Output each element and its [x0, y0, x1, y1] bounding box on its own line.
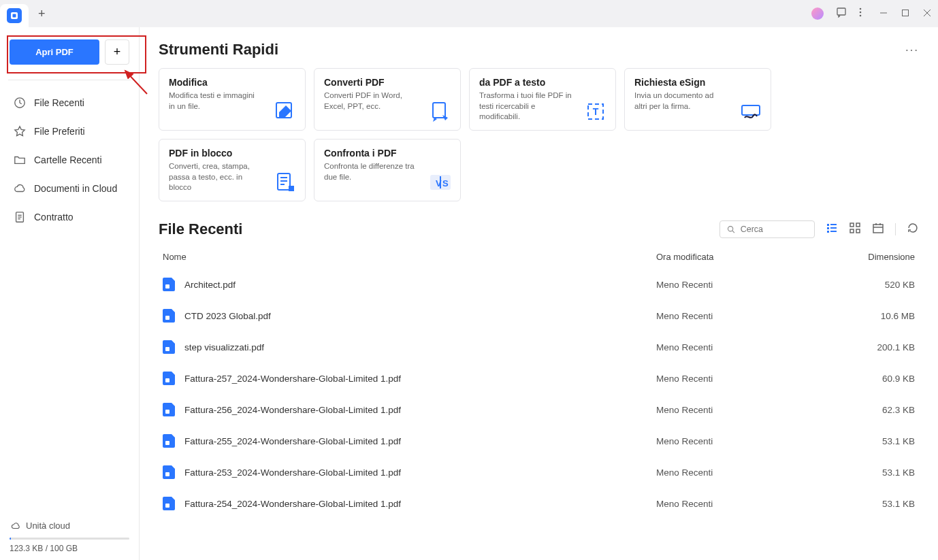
file-row[interactable]: CTD 2023 Global.pdfMeno Recenti10.6 MB: [159, 300, 919, 331]
nav-recent-folders[interactable]: Cartelle Recenti: [10, 146, 129, 174]
sidebar: Apri PDF + File Recenti File Preferiti C…: [0, 27, 140, 560]
svg-text:T: T: [593, 106, 599, 117]
nav-cloud-documents[interactable]: Documenti in Cloud: [10, 174, 129, 203]
tool-icon: [274, 100, 297, 123]
file-date: Meno Recenti: [656, 342, 833, 352]
file-date: Meno Recenti: [656, 436, 833, 446]
col-date[interactable]: Ora modificata: [656, 252, 833, 262]
nav-label: File Recenti: [34, 97, 84, 108]
file-size: 62.3 KB: [833, 405, 915, 415]
svg-point-5: [860, 15, 862, 17]
file-date: Meno Recenti: [656, 467, 833, 478]
recent-files-title: File Recenti: [159, 220, 242, 238]
tool-title: PDF in blocco: [169, 148, 295, 159]
svg-rect-39: [850, 229, 854, 233]
tool-card-compare[interactable]: Confronta i PDFConfronta le differenze t…: [314, 139, 461, 201]
close-icon[interactable]: [923, 7, 931, 20]
col-size[interactable]: Dimensione: [833, 252, 915, 262]
svg-rect-32: [830, 224, 837, 225]
svg-rect-1: [13, 14, 16, 18]
file-size: 10.6 MB: [833, 311, 915, 321]
main-panel: Strumenti Rapidi ⋯ ModificaModifica test…: [140, 27, 938, 560]
menu-dots-icon[interactable]: [859, 7, 862, 20]
svg-rect-35: [827, 231, 829, 233]
svg-rect-7: [903, 10, 909, 16]
nav-label: File Preferiti: [34, 126, 85, 137]
feedback-icon[interactable]: [836, 7, 847, 20]
file-name: Fattura-253_2024-Wondershare-Global-Limi…: [184, 467, 656, 478]
folder-icon: [14, 154, 26, 166]
pdf-file-icon: [163, 497, 175, 510]
file-table-header: Nome Ora modificata Dimensione: [159, 245, 919, 269]
svg-rect-40: [856, 229, 860, 233]
file-date: Meno Recenti: [656, 311, 833, 321]
pdf-file-icon: [163, 372, 175, 385]
svg-rect-37: [850, 223, 854, 227]
file-name: Fattura-254_2024-Wondershare-Global-Limi…: [184, 499, 656, 509]
pdf-file-icon: [163, 403, 175, 416]
svg-rect-31: [827, 224, 829, 226]
clock-icon: [14, 97, 26, 109]
minimize-icon[interactable]: [879, 7, 888, 20]
svg-rect-38: [856, 223, 860, 227]
tool-card-pdf-to-text[interactable]: da PDF a testoTrasforma i tuoi file PDF …: [469, 68, 616, 131]
tool-icon: VS: [429, 171, 452, 194]
nav-label: Cartelle Recenti: [34, 154, 102, 165]
file-size: 53.1 KB: [833, 499, 915, 509]
file-row[interactable]: Fattura-254_2024-Wondershare-Global-Limi…: [159, 488, 919, 519]
file-row[interactable]: Fattura-255_2024-Wondershare-Global-Limi…: [159, 425, 919, 457]
app-logo-icon: [7, 8, 22, 23]
file-row[interactable]: step visualizzati.pdfMeno Recenti200.1 K…: [159, 331, 919, 363]
tool-icon: [274, 171, 297, 194]
file-row[interactable]: Fattura-256_2024-Wondershare-Global-Limi…: [159, 394, 919, 425]
tool-title: Modifica: [169, 77, 295, 88]
tool-card-batch[interactable]: PDF in bloccoConverti, crea, stampa, pas…: [159, 139, 306, 201]
svg-point-3: [860, 8, 862, 10]
file-list: Architect.pdfMeno Recenti520 KBCTD 2023 …: [159, 269, 919, 519]
search-input[interactable]: [741, 225, 807, 234]
file-size: 53.1 KB: [833, 436, 915, 446]
nav-contract[interactable]: Contratto: [10, 203, 129, 231]
svg-rect-41: [873, 225, 883, 233]
quick-tools-more-button[interactable]: ⋯: [905, 42, 919, 58]
svg-line-30: [732, 231, 734, 233]
app-home-tab[interactable]: [0, 4, 29, 27]
pdf-file-icon: [163, 309, 175, 323]
tool-card-esign[interactable]: Richiesta eSignInvia un documento ad alt…: [624, 68, 771, 131]
file-row[interactable]: Architect.pdfMeno Recenti520 KB: [159, 269, 919, 300]
svg-rect-2: [837, 8, 845, 15]
svg-rect-33: [827, 227, 829, 229]
file-row[interactable]: Fattura-253_2024-Wondershare-Global-Limi…: [159, 457, 919, 488]
search-box[interactable]: [719, 220, 815, 238]
divider: [895, 223, 896, 235]
file-name: Fattura-257_2024-Wondershare-Global-Limi…: [184, 374, 656, 384]
quick-tools-grid: ModificaModifica testi e immagini in un …: [159, 68, 919, 201]
pdf-file-icon: [163, 278, 175, 291]
file-row[interactable]: Fattura-257_2024-Wondershare-Global-Limi…: [159, 363, 919, 394]
nav-favorite-files[interactable]: File Preferiti: [10, 117, 129, 146]
quick-tools-title: Strumenti Rapidi: [159, 41, 278, 59]
tool-title: da PDF a testo: [479, 77, 606, 88]
file-name: Fattura-255_2024-Wondershare-Global-Limi…: [184, 436, 656, 446]
divider: [8, 80, 131, 80]
file-date: Meno Recenti: [656, 374, 833, 384]
titlebar: +: [0, 0, 938, 27]
view-list-icon[interactable]: [826, 222, 838, 237]
file-size: 520 KB: [833, 280, 915, 290]
file-name: Architect.pdf: [184, 280, 656, 290]
col-name[interactable]: Nome: [163, 252, 656, 262]
tool-card-convert[interactable]: Converti PDFConverti PDF in Word, Excel,…: [314, 68, 461, 131]
refresh-icon[interactable]: [907, 222, 919, 237]
cloud-storage-row[interactable]: Unità cloud: [10, 516, 129, 535]
svg-text:S: S: [442, 178, 449, 188]
nav-recent-files[interactable]: File Recenti: [10, 88, 129, 117]
view-calendar-icon[interactable]: [872, 222, 884, 237]
user-avatar-icon[interactable]: [811, 7, 824, 20]
tool-title: Converti PDF: [324, 77, 451, 88]
open-pdf-button[interactable]: Apri PDF: [10, 39, 99, 65]
new-tab-button[interactable]: +: [29, 3, 55, 25]
view-grid-icon[interactable]: [849, 222, 861, 237]
create-pdf-button[interactable]: +: [105, 39, 129, 65]
maximize-icon[interactable]: [901, 7, 909, 20]
tool-card-edit[interactable]: ModificaModifica testi e immagini in un …: [159, 68, 306, 131]
